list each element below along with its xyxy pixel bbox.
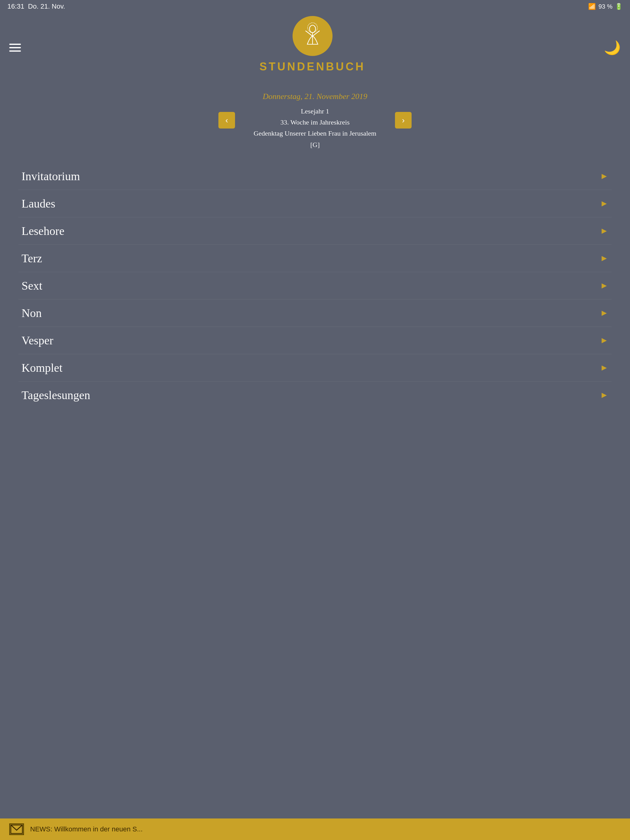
next-day-button[interactable]: › (395, 112, 412, 128)
menu-label-komplet: Komplet (22, 361, 62, 374)
menu-label-terz: Terz (22, 251, 42, 265)
gedenktag-label: Gedenktag Unserer Lieben Frau in Jerusal… (241, 128, 389, 139)
menu-item-tageslesungen[interactable]: Tageslesungen ► (19, 382, 611, 409)
battery-level: 93 % (598, 3, 613, 10)
logo-area: STUNDENBUCH (260, 16, 366, 79)
menu-item-vesper[interactable]: Vesper ► (19, 327, 611, 354)
wifi-icon: 📶 (588, 3, 596, 10)
menu-item-invitatorium[interactable]: Invitatorium ► (19, 163, 611, 190)
menu-arrow-vesper: ► (600, 335, 608, 345)
mail-icon (9, 823, 24, 835)
menu-label-invitatorium: Invitatorium (22, 169, 80, 183)
hamburger-line-1 (9, 44, 21, 45)
hamburger-line-2 (9, 47, 21, 48)
status-right: 📶 93 % 🔋 (588, 3, 623, 10)
menu-arrow-lesehore: ► (600, 226, 608, 236)
battery-icon: 🔋 (615, 3, 623, 10)
status-bar: 16:31 Do. 21. Nov. 📶 93 % 🔋 (0, 0, 630, 13)
app-header: STUNDENBUCH 🌙 (0, 13, 630, 81)
hamburger-menu-button[interactable] (9, 44, 21, 52)
date-navigation: ‹ Donnerstag, 21. November 2019 Lesejahr… (12, 87, 618, 153)
logo-circle (293, 16, 332, 56)
hamburger-line-3 (9, 51, 21, 52)
woche-label: 33. Woche im Jahreskreis (241, 117, 389, 128)
menu-item-komplet[interactable]: Komplet ► (19, 354, 611, 382)
envelope-svg (11, 825, 23, 834)
menu-item-terz[interactable]: Terz ► (19, 245, 611, 272)
svg-point-2 (308, 23, 317, 33)
status-time: 16:31 (7, 2, 24, 11)
prev-day-button[interactable]: ‹ (218, 112, 235, 128)
menu-label-vesper: Vesper (22, 333, 53, 347)
menu-arrow-sext: ► (600, 281, 608, 291)
grade-label: [G] (241, 139, 389, 150)
app-title: STUNDENBUCH (260, 60, 366, 73)
date-center: Donnerstag, 21. November 2019 Lesejahr 1… (241, 90, 389, 150)
menu-item-lesehore[interactable]: Lesehore ► (19, 217, 611, 245)
date-area: ‹ Donnerstag, 21. November 2019 Lesejahr… (0, 81, 630, 156)
menu-label-sext: Sext (22, 279, 43, 292)
menu-arrow-laudes: ► (600, 199, 608, 208)
menu-item-non[interactable]: Non ► (19, 300, 611, 327)
menu-arrow-komplet: ► (600, 363, 608, 373)
menu-arrow-non: ► (600, 308, 608, 318)
status-left: 16:31 Do. 21. Nov. (7, 2, 65, 11)
night-mode-button[interactable]: 🌙 (604, 39, 621, 56)
footer-bar[interactable]: NEWS: Willkommen in der neuen S... (0, 818, 630, 840)
menu-arrow-invitatorium: ► (600, 171, 608, 181)
menu-arrow-terz: ► (600, 253, 608, 263)
menu-list: Invitatorium ► Laudes ► Lesehore ► Terz … (0, 156, 630, 818)
menu-label-non: Non (22, 306, 41, 320)
menu-label-tageslesungen: Tageslesungen (22, 388, 90, 402)
news-text: NEWS: Willkommen in der neuen S... (30, 825, 143, 833)
menu-item-sext[interactable]: Sext ► (19, 272, 611, 300)
saint-figure-icon (299, 22, 326, 50)
status-date: Do. 21. Nov. (28, 2, 65, 11)
menu-label-laudes: Laudes (22, 197, 55, 210)
svg-point-0 (309, 25, 316, 33)
date-main-label: Donnerstag, 21. November 2019 (241, 90, 389, 103)
lesejahr-label: Lesejahr 1 (241, 106, 389, 117)
menu-label-lesehore: Lesehore (22, 224, 64, 238)
menu-arrow-tageslesungen: ► (600, 390, 608, 400)
menu-item-laudes[interactable]: Laudes ► (19, 190, 611, 217)
